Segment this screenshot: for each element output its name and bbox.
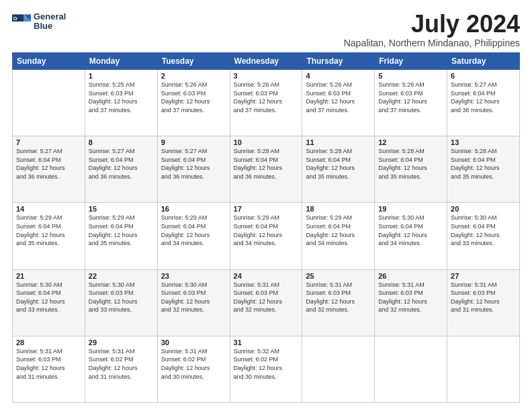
- day-info: Sunrise: 5:26 AM Sunset: 6:03 PM Dayligh…: [234, 81, 299, 114]
- day-number: 20: [451, 205, 516, 213]
- calendar-cell: 12Sunrise: 5:28 AM Sunset: 6:04 PM Dayli…: [375, 136, 447, 203]
- weekday-header-tuesday: Tuesday: [157, 53, 230, 70]
- day-info: Sunrise: 5:29 AM Sunset: 6:04 PM Dayligh…: [234, 214, 299, 247]
- title-block: July 2024 Napalitan, Northern Mindanao, …: [344, 12, 520, 48]
- svg-text:G: G: [13, 16, 17, 22]
- day-number: 2: [161, 72, 226, 80]
- day-number: 3: [234, 72, 299, 80]
- day-info: Sunrise: 5:28 AM Sunset: 6:04 PM Dayligh…: [234, 147, 299, 181]
- logo: G General Blue: [12, 12, 66, 32]
- day-info: Sunrise: 5:30 AM Sunset: 6:04 PM Dayligh…: [378, 214, 443, 247]
- logo-icon: G: [12, 12, 31, 31]
- calendar-cell: 19Sunrise: 5:30 AM Sunset: 6:04 PM Dayli…: [375, 203, 447, 269]
- day-info: Sunrise: 5:31 AM Sunset: 6:03 PM Dayligh…: [451, 281, 516, 314]
- day-number: 13: [451, 138, 516, 146]
- day-number: 15: [89, 205, 154, 213]
- calendar-cell: 10Sunrise: 5:28 AM Sunset: 6:04 PM Dayli…: [230, 136, 302, 203]
- weekday-header-row: SundayMondayTuesdayWednesdayThursdayFrid…: [13, 53, 520, 70]
- day-info: Sunrise: 5:30 AM Sunset: 6:04 PM Dayligh…: [451, 214, 516, 247]
- main-title: July 2024: [344, 12, 520, 36]
- day-info: Sunrise: 5:31 AM Sunset: 6:03 PM Dayligh…: [306, 281, 371, 314]
- week-row-3: 21Sunrise: 5:30 AM Sunset: 6:04 PM Dayli…: [13, 269, 520, 336]
- day-number: 11: [306, 138, 371, 146]
- calendar-cell: 22Sunrise: 5:30 AM Sunset: 6:03 PM Dayli…: [85, 269, 157, 336]
- day-info: Sunrise: 5:28 AM Sunset: 6:04 PM Dayligh…: [451, 147, 516, 181]
- day-number: 28: [16, 338, 81, 347]
- day-info: Sunrise: 5:29 AM Sunset: 6:04 PM Dayligh…: [89, 214, 154, 247]
- header: G General Blue July 2024 Napalitan, Nort…: [12, 12, 520, 48]
- day-number: 24: [234, 272, 299, 280]
- calendar-cell: 5Sunrise: 5:26 AM Sunset: 6:03 PM Daylig…: [375, 70, 447, 136]
- day-info: Sunrise: 5:32 AM Sunset: 6:02 PM Dayligh…: [234, 347, 299, 381]
- day-number: 30: [161, 338, 226, 347]
- day-number: 9: [161, 138, 226, 146]
- day-info: Sunrise: 5:31 AM Sunset: 6:03 PM Dayligh…: [16, 347, 81, 381]
- calendar-cell: 24Sunrise: 5:31 AM Sunset: 6:03 PM Dayli…: [230, 269, 302, 336]
- day-number: 26: [378, 272, 443, 280]
- day-number: 1: [89, 72, 154, 80]
- subtitle: Napalitan, Northern Mindanao, Philippine…: [344, 38, 520, 48]
- calendar-page: G General Blue July 2024 Napalitan, Nort…: [0, 0, 532, 411]
- weekday-header-monday: Monday: [85, 53, 157, 70]
- day-info: Sunrise: 5:26 AM Sunset: 6:03 PM Dayligh…: [378, 81, 443, 114]
- calendar-cell: 29Sunrise: 5:31 AM Sunset: 6:02 PM Dayli…: [85, 336, 157, 402]
- calendar-cell: 3Sunrise: 5:26 AM Sunset: 6:03 PM Daylig…: [230, 70, 302, 136]
- day-number: 6: [451, 72, 516, 80]
- day-number: 5: [378, 72, 443, 80]
- day-info: Sunrise: 5:31 AM Sunset: 6:03 PM Dayligh…: [234, 281, 299, 314]
- day-info: Sunrise: 5:26 AM Sunset: 6:03 PM Dayligh…: [306, 81, 371, 114]
- day-info: Sunrise: 5:25 AM Sunset: 6:03 PM Dayligh…: [89, 81, 154, 114]
- calendar-cell: 27Sunrise: 5:31 AM Sunset: 6:03 PM Dayli…: [447, 269, 520, 336]
- week-row-2: 14Sunrise: 5:29 AM Sunset: 6:04 PM Dayli…: [13, 203, 520, 269]
- calendar-cell: 20Sunrise: 5:30 AM Sunset: 6:04 PM Dayli…: [447, 203, 520, 269]
- calendar-cell: 15Sunrise: 5:29 AM Sunset: 6:04 PM Dayli…: [85, 203, 157, 269]
- calendar-cell: [13, 70, 85, 136]
- calendar-cell: [302, 336, 375, 402]
- calendar-cell: 14Sunrise: 5:29 AM Sunset: 6:04 PM Dayli…: [13, 203, 85, 269]
- day-number: 7: [16, 138, 81, 146]
- day-info: Sunrise: 5:29 AM Sunset: 6:04 PM Dayligh…: [161, 214, 226, 247]
- weekday-header-friday: Friday: [375, 53, 447, 70]
- calendar-cell: 31Sunrise: 5:32 AM Sunset: 6:02 PM Dayli…: [230, 336, 302, 402]
- day-info: Sunrise: 5:30 AM Sunset: 6:04 PM Dayligh…: [16, 281, 81, 314]
- day-number: 14: [16, 205, 81, 213]
- day-info: Sunrise: 5:29 AM Sunset: 6:04 PM Dayligh…: [16, 214, 81, 247]
- day-number: 25: [306, 272, 371, 280]
- week-row-0: 1Sunrise: 5:25 AM Sunset: 6:03 PM Daylig…: [13, 70, 520, 136]
- day-info: Sunrise: 5:27 AM Sunset: 6:04 PM Dayligh…: [16, 147, 81, 181]
- day-info: Sunrise: 5:31 AM Sunset: 6:02 PM Dayligh…: [161, 347, 226, 381]
- day-number: 16: [161, 205, 226, 213]
- day-number: 10: [234, 138, 299, 146]
- calendar-cell: 9Sunrise: 5:27 AM Sunset: 6:04 PM Daylig…: [157, 136, 230, 203]
- day-info: Sunrise: 5:27 AM Sunset: 6:04 PM Dayligh…: [451, 81, 516, 114]
- day-number: 22: [89, 272, 154, 280]
- logo-text: General Blue: [34, 12, 66, 32]
- calendar-cell: 16Sunrise: 5:29 AM Sunset: 6:04 PM Dayli…: [157, 203, 230, 269]
- week-row-1: 7Sunrise: 5:27 AM Sunset: 6:04 PM Daylig…: [13, 136, 520, 203]
- day-info: Sunrise: 5:26 AM Sunset: 6:03 PM Dayligh…: [161, 81, 226, 114]
- day-info: Sunrise: 5:28 AM Sunset: 6:04 PM Dayligh…: [378, 147, 443, 181]
- day-number: 31: [234, 338, 299, 347]
- day-number: 12: [378, 138, 443, 146]
- logo-line2: Blue: [34, 21, 66, 31]
- day-number: 19: [378, 205, 443, 213]
- calendar-cell: 21Sunrise: 5:30 AM Sunset: 6:04 PM Dayli…: [13, 269, 85, 336]
- calendar-cell: 18Sunrise: 5:29 AM Sunset: 6:04 PM Dayli…: [302, 203, 375, 269]
- calendar-cell: 13Sunrise: 5:28 AM Sunset: 6:04 PM Dayli…: [447, 136, 520, 203]
- logo-line1: General: [34, 12, 66, 21]
- weekday-header-thursday: Thursday: [302, 53, 375, 70]
- weekday-header-wednesday: Wednesday: [230, 53, 302, 70]
- weekday-header-saturday: Saturday: [447, 53, 520, 70]
- calendar-cell: 1Sunrise: 5:25 AM Sunset: 6:03 PM Daylig…: [85, 70, 157, 136]
- day-info: Sunrise: 5:29 AM Sunset: 6:04 PM Dayligh…: [306, 214, 371, 247]
- calendar-cell: 17Sunrise: 5:29 AM Sunset: 6:04 PM Dayli…: [230, 203, 302, 269]
- day-info: Sunrise: 5:30 AM Sunset: 6:03 PM Dayligh…: [89, 281, 154, 314]
- day-number: 8: [89, 138, 154, 146]
- day-info: Sunrise: 5:27 AM Sunset: 6:04 PM Dayligh…: [161, 147, 226, 181]
- calendar-cell: 26Sunrise: 5:31 AM Sunset: 6:03 PM Dayli…: [375, 269, 447, 336]
- day-number: 27: [451, 272, 516, 280]
- calendar-cell: 25Sunrise: 5:31 AM Sunset: 6:03 PM Dayli…: [302, 269, 375, 336]
- weekday-header-sunday: Sunday: [13, 53, 85, 70]
- day-number: 23: [161, 272, 226, 280]
- calendar-cell: 23Sunrise: 5:30 AM Sunset: 6:03 PM Dayli…: [157, 269, 230, 336]
